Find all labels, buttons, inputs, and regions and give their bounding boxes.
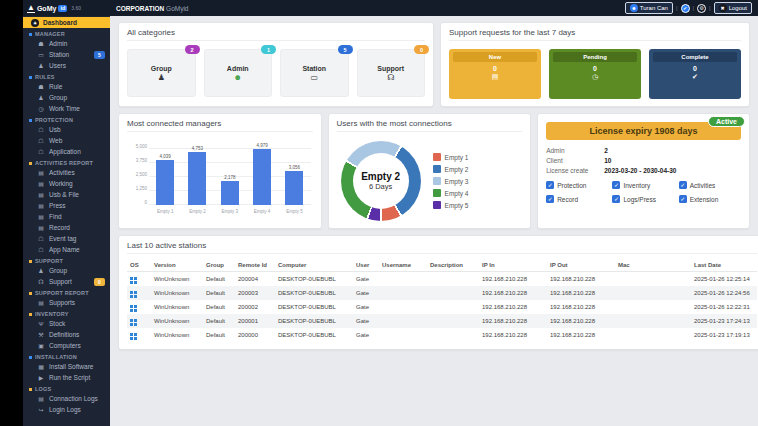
checkbox-icon[interactable]: ✓ [612,181,620,189]
sidebar-section-support-report: SUPPORT REPORT [23,287,110,297]
table-row[interactable]: WinUnknownDefault200004DESKTOP-0UEBUBLGa… [127,272,757,287]
sidebar-item-run-the-script[interactable]: ▶Run the Script [23,372,110,383]
request-tile-new[interactable]: New0▤ [449,49,541,99]
user-button-label: Turan Can [640,5,668,11]
table-cell: 200002 [235,300,275,314]
checkbox-icon[interactable]: ✓ [546,181,554,189]
license-field-label: Admin [546,147,604,154]
sidebar-item-login-logs[interactable]: ↪Login Logs [23,404,110,415]
sidebar-item-stock[interactable]: ΨStock [23,318,110,329]
sidebar-item-label: Login Logs [49,406,81,413]
column-header-version: Version [151,259,203,272]
app-name-label: GoMyid [166,5,188,12]
sidebar-item-label: Working [49,180,73,187]
license-feature-logs-press[interactable]: ✓Logs/Press [612,195,674,203]
sidebar-item-work-time[interactable]: ◷Work Time [23,103,110,114]
sidebar-item-find[interactable]: ▤Find [23,211,110,222]
request-tile-pending[interactable]: Pending0◷ [549,49,641,99]
sidebar-item-supports[interactable]: ▤Supports [23,297,110,308]
sidebar-item-label: Admin [49,40,67,47]
sidebar-item-press[interactable]: ▤Press [23,200,110,211]
sidebar-item-label: Usb [49,126,61,133]
request-tile-header: Complete [653,52,737,62]
logout-button[interactable]: ✖ Logout [714,2,752,14]
bar-value-label: 4,979 [256,143,267,148]
checkbox-icon[interactable]: ✓ [546,195,554,203]
sidebar-item-application[interactable]: ☖Application [23,146,110,157]
table-cell: 192.168.210.228 [547,300,615,314]
license-feature-activities[interactable]: ✓Activities [679,181,741,189]
table-row[interactable]: WinUnknownDefault200002DESKTOP-0UEBUBLGa… [127,300,757,314]
sidebar-item-label: Record [49,224,70,231]
category-count-badge: 2 [185,45,200,54]
legend-item-empty-1: Empty 1 [433,153,469,161]
table-cell: WinUnknown [151,272,203,287]
sidebar-item-station[interactable]: ▭Station5 [23,49,110,60]
shield-icon: ☗ [37,83,45,90]
license-field-value: 10 [604,157,611,164]
sidebar-item-group[interactable]: ♟Group [23,92,110,103]
license-field-label: Client [546,157,604,164]
sidebar-item-label: Install Software [49,363,93,370]
sidebar-item-rule[interactable]: ☗Rule [23,81,110,92]
app-window: ▲ GoMy id 3.60 ✶DashboardMANAGER☗Admin▭S… [0,0,758,426]
sidebar-item-event-tag[interactable]: ☖Event tag [23,233,110,244]
category-tile-group[interactable]: Group♟2 [127,49,196,97]
section-bullet-icon [29,313,32,316]
sidebar-item-support[interactable]: ☊Support0 [23,276,110,287]
category-tile-label: Group [151,65,172,72]
checkbox-icon[interactable]: ✓ [679,195,687,203]
windows-icon [130,277,137,284]
request-tile-complete[interactable]: Complete0✔ [649,49,741,99]
user-button[interactable]: ☻ Turan Can [625,2,673,14]
sidebar-item-record[interactable]: ▤Record [23,222,110,233]
sidebar-item-label: Station [49,51,69,58]
sidebar-item-working[interactable]: ▤Working [23,178,110,189]
table-row[interactable]: WinUnknownDefault200001DESKTOP-0UEBUBLGa… [127,314,757,328]
sidebar-item-connaction-logs[interactable]: ▤Connaction Logs [23,393,110,404]
windows-icon [130,305,137,312]
request-tile-header: New [453,52,537,62]
category-tile-admin[interactable]: Admin☻1 [204,49,273,97]
sidebar-item-admin[interactable]: ☗Admin [23,38,110,49]
sidebar-item-users[interactable]: ♟Users [23,60,110,71]
sidebar-item-install-software[interactable]: ▦Install Software [23,361,110,372]
sidebar-item-label: Find [49,213,62,220]
license-feature-extension[interactable]: ✓Extension [679,195,741,203]
sidebar-item-label: Usb & File [49,191,79,198]
license-feature-record[interactable]: ✓Record [546,195,608,203]
license-feature-inventory[interactable]: ✓Inventory [612,181,674,189]
table-cell: Default [203,286,235,300]
settings-gear-icon[interactable]: ⚙ [697,4,706,13]
license-feature-label: Protection [557,182,586,189]
sidebar-item-usb-file[interactable]: ▤Usb & File [23,189,110,200]
sidebar-item-web[interactable]: ☖Web [23,135,110,146]
users-icon: ♟ [37,94,45,101]
table-cell: 192.168.210.228 [547,286,615,300]
sidebar-item-dashboard[interactable]: ✶Dashboard [23,17,110,28]
section-label: SUPPORT REPORT [35,290,89,296]
sidebar-item-definitions[interactable]: ⚒Definitions [23,329,110,340]
bar-chart-ytick: 3,750 [127,158,147,163]
sidebar-item-computers[interactable]: ▣Computers [23,340,110,351]
sidebar-item-label: Definitions [49,331,79,338]
table-row[interactable]: WinUnknownDefault200000DESKTOP-0UEBUBLGa… [127,328,757,342]
sidebar-item-usb[interactable]: ☖Usb [23,124,110,135]
bar-rect [253,149,271,205]
sidebar-item-group[interactable]: ♟Group [23,265,110,276]
checkbox-icon[interactable]: ✓ [679,181,687,189]
license-feature-protection[interactable]: ✓Protection [546,181,608,189]
checkbox-icon[interactable]: ✓ [612,195,620,203]
sidebar-item-activities[interactable]: ▤Activities [23,167,110,178]
bar-x-label: Empty 3 [222,205,239,217]
status-icon[interactable]: ✔ [681,4,690,13]
column-header-username: Username [379,259,427,272]
active-stations-card: Last 10 active stations OSVersionGroupRe… [118,235,758,350]
category-tile-station[interactable]: Station▭5 [280,49,349,97]
login-icon: ↪ [37,406,45,413]
table-row[interactable]: WinUnknownDefault200003DESKTOP-0UEBUBLGa… [127,286,757,300]
category-tile-support[interactable]: Support☊0 [357,49,426,97]
sidebar-item-app-name[interactable]: ☖App Name [23,244,110,255]
clock-icon: ◷ [37,105,45,112]
license-field-value: 2 [604,147,608,154]
